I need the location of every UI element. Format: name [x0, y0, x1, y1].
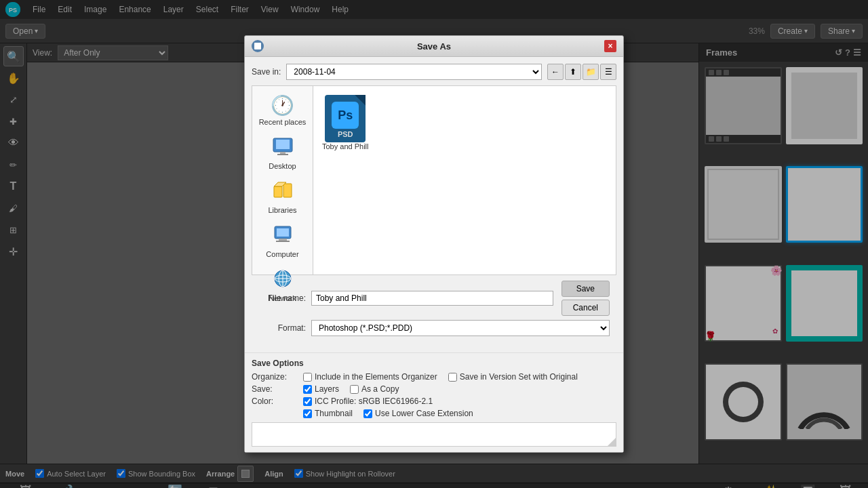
- lowercase-checkbox[interactable]: [363, 409, 372, 418]
- icc-label: ICC Profile: sRGB IEC61966-2.1: [315, 396, 433, 406]
- thumbnail-label: Thumbnail: [315, 409, 353, 418]
- version-set-checkbox[interactable]: [448, 373, 457, 382]
- svg-rect-2: [254, 43, 261, 49]
- include-organizer-label: Include in the Elements Organizer: [315, 372, 437, 382]
- save-options: Save Options Organize: Include in the El…: [245, 352, 623, 452]
- version-set-label: Save in Version Set with Original: [460, 372, 578, 382]
- layers-label: Layers: [315, 384, 339, 394]
- computer-label: Computer: [266, 250, 298, 258]
- recent-label: Recent places: [259, 118, 307, 126]
- filename-input[interactable]: [311, 291, 553, 306]
- psd-text: PSD: [338, 130, 353, 138]
- save-row: Save: Layers As a Copy: [252, 384, 616, 394]
- libraries-label: Libraries: [268, 206, 296, 214]
- svg-rect-11: [277, 228, 289, 237]
- as-copy-item: As a Copy: [350, 384, 399, 394]
- nav-back-button[interactable]: ←: [547, 64, 564, 80]
- file-item[interactable]: Ps PSD Toby and Phill: [319, 92, 372, 154]
- version-set-item: Save in Version Set with Original: [448, 372, 578, 382]
- thumbnail-item: Thumbnail: [303, 409, 353, 418]
- svg-rect-7: [274, 186, 282, 197]
- svg-rect-6: [277, 154, 288, 155]
- svg-rect-12: [279, 239, 287, 241]
- computer-icon: [272, 225, 294, 249]
- file-name: Toby and Phill: [322, 142, 369, 150]
- save-in-label: Save in:: [252, 67, 281, 77]
- save-label: Save:: [252, 384, 292, 394]
- filename-label: File name:: [258, 293, 306, 303]
- place-computer[interactable]: Computer: [255, 221, 311, 262]
- ps-logo: Ps: [332, 102, 359, 129]
- form-buttons: Save Cancel: [561, 281, 610, 316]
- cancel-button[interactable]: Cancel: [561, 300, 610, 316]
- psd-file-icon: Ps PSD: [325, 95, 366, 142]
- desktop-icon: [272, 137, 294, 161]
- color-label: Color:: [252, 396, 292, 406]
- as-copy-label: As a Copy: [361, 384, 399, 394]
- dialog-body: Save in: 2008-11-04 ← ⬆ 📁 ☰ 🕐 Recent: [245, 57, 623, 352]
- save-button[interactable]: Save: [561, 281, 610, 297]
- as-copy-checkbox[interactable]: [350, 385, 359, 394]
- nav-new-folder-button[interactable]: 📁: [583, 64, 599, 80]
- save-options-title: Save Options: [252, 359, 616, 368]
- save-dialog: Save As × Save in: 2008-11-04 ← ⬆ 📁 ☰: [244, 35, 624, 453]
- notes-area: [252, 422, 616, 447]
- place-libraries[interactable]: Libraries: [255, 177, 311, 218]
- format-row: Format: Photoshop (*.PSD;*.PDD): [258, 320, 610, 336]
- lowercase-label: Use Lower Case Extension: [375, 409, 473, 418]
- network-icon: [273, 269, 293, 293]
- dialog-title-bar: Save As ×: [245, 36, 623, 57]
- layers-item: Layers: [303, 384, 339, 394]
- svg-rect-13: [276, 241, 290, 242]
- dialog-close-button[interactable]: ×: [604, 40, 616, 52]
- include-organizer-item: Include in the Elements Organizer: [303, 372, 437, 382]
- libraries-icon: [273, 181, 293, 205]
- place-recent[interactable]: 🕐 Recent places: [255, 90, 311, 130]
- organize-label: Organize:: [252, 372, 292, 382]
- layers-checkbox[interactable]: [303, 385, 312, 394]
- include-organizer-checkbox[interactable]: [303, 373, 312, 382]
- filename-row: File name: Save Cancel: [258, 281, 610, 316]
- dialog-icon: [252, 40, 264, 52]
- dialog-title: Save As: [264, 41, 604, 52]
- recent-icon: 🕐: [271, 94, 294, 117]
- nav-up-button[interactable]: ⬆: [565, 64, 581, 80]
- dialog-overlay: Save As × Save in: 2008-11-04 ← ⬆ 📁 ☰: [0, 0, 868, 488]
- save-in-select[interactable]: 2008-11-04: [286, 64, 542, 80]
- nav-buttons: ← ⬆ 📁 ☰: [547, 64, 616, 80]
- svg-rect-4: [276, 140, 290, 149]
- lowercase-item: Use Lower Case Extension: [363, 409, 473, 418]
- file-area: 🕐 Recent places Desktop: [252, 85, 616, 275]
- desktop-label: Desktop: [269, 162, 296, 170]
- icc-checkbox[interactable]: [303, 397, 312, 406]
- files-panel[interactable]: Ps PSD Toby and Phill: [313, 85, 616, 275]
- thumbnail-checkbox[interactable]: [303, 409, 312, 418]
- color-row: Color: ICC Profile: sRGB IEC61966-2.1: [252, 396, 616, 406]
- thumbnail-row: Thumbnail Use Lower Case Extension: [252, 409, 616, 418]
- place-desktop[interactable]: Desktop: [255, 133, 311, 174]
- places-panel: 🕐 Recent places Desktop: [252, 85, 313, 275]
- save-in-row: Save in: 2008-11-04 ← ⬆ 📁 ☰: [252, 64, 616, 80]
- format-select[interactable]: Photoshop (*.PSD;*.PDD): [311, 320, 610, 336]
- organize-row: Organize: Include in the Elements Organi…: [252, 372, 616, 382]
- format-label: Format:: [258, 323, 306, 333]
- icc-item: ICC Profile: sRGB IEC61966-2.1: [303, 396, 433, 406]
- resize-handle[interactable]: [608, 438, 616, 446]
- svg-rect-5: [280, 152, 285, 154]
- nav-view-button[interactable]: ☰: [600, 64, 616, 80]
- svg-rect-8: [283, 184, 292, 197]
